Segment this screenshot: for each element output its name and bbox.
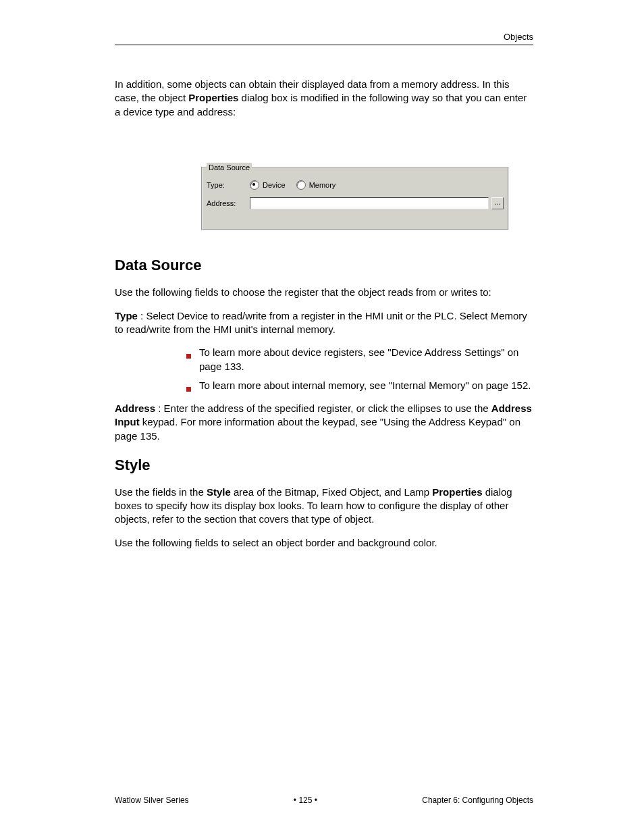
radio-device-label: Device <box>263 180 286 190</box>
radio-memory[interactable] <box>296 180 306 190</box>
radio-memory-wrap[interactable]: Memory <box>296 180 336 190</box>
data-source-groupbox: Data Source Type: Device Memory Address:… <box>201 167 509 230</box>
footer-left: Watlow Silver Series <box>115 795 189 806</box>
style-paragraph-1: Use the fields in the Style area of the … <box>115 486 533 527</box>
bullet-icon <box>186 387 191 392</box>
page-header: Objects <box>115 31 533 45</box>
address-input[interactable] <box>250 197 489 209</box>
header-right-text: Objects <box>504 32 533 42</box>
radio-memory-label: Memory <box>309 180 336 190</box>
section-style-title: Style <box>115 455 533 475</box>
radio-device[interactable] <box>250 180 259 190</box>
footer-chapter: Chapter 6: Configuring Objects <box>422 795 533 806</box>
section-data-source-title: Data Source <box>115 255 533 276</box>
field-type: Type : Select Device to read/write from … <box>115 309 533 337</box>
address-label: Address: <box>207 199 250 209</box>
address-browse-button[interactable]: ... <box>491 197 504 209</box>
groupbox-legend: Data Source <box>207 163 252 173</box>
intro-paragraph-1: In addition, some objects can obtain the… <box>115 78 533 119</box>
bullet-internal-memory: To learn more about internal memory, see… <box>186 379 533 392</box>
page-footer: Watlow Silver Series • 125 • Chapter 6: … <box>115 795 533 806</box>
style-paragraph-2: Use the following fields to select an ob… <box>115 536 533 550</box>
intro-paragraph-2: Use the following fields to choose the r… <box>115 286 533 299</box>
footer-page-number: • 125 • <box>294 795 317 806</box>
link-internal-memory[interactable]: see "Internal Memory" on page 152. <box>369 380 531 391</box>
bullet-icon <box>186 354 191 359</box>
field-address: Address : Enter the address of the speci… <box>115 402 533 443</box>
data-source-groupbox-image: Data Source Type: Device Memory Address:… <box>201 167 509 230</box>
type-label: Type: <box>207 180 250 190</box>
bullet-device-registers: To learn more about device registers, se… <box>186 346 533 373</box>
radio-device-wrap[interactable]: Device <box>250 180 286 190</box>
